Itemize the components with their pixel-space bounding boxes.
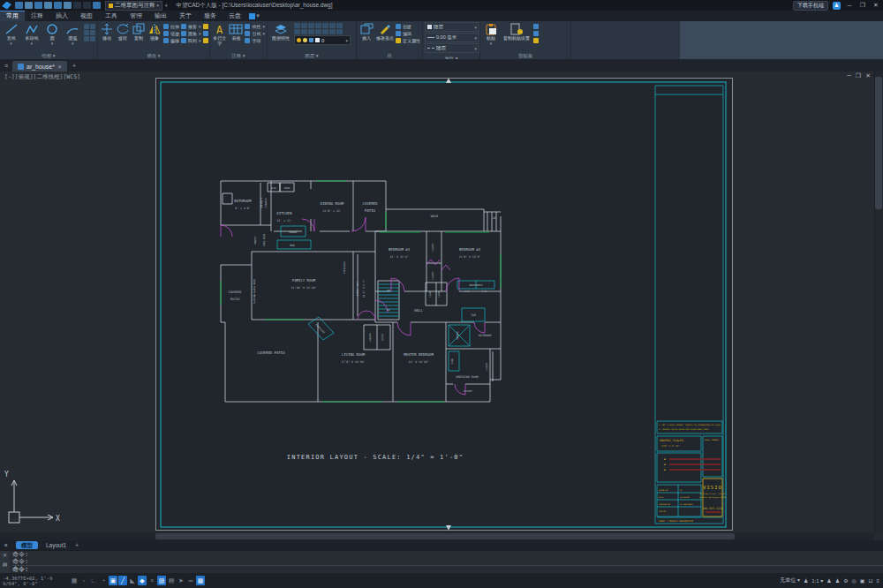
annotation-autoscale-icon[interactable]: ♟ (835, 577, 840, 584)
new-drawing-tab-button[interactable]: + (72, 60, 76, 72)
layer-tool-icon[interactable] (322, 29, 328, 34)
download-mobile-button[interactable]: 下载手机端 (793, 1, 828, 11)
layer-tool-icon[interactable] (322, 23, 328, 28)
viewport-controls[interactable]: [-][俯视][二维线框][WCS] (4, 73, 80, 81)
menu-tab-视图[interactable]: 视图 (74, 11, 99, 21)
copy-base-icon[interactable] (533, 38, 539, 43)
status-toggle-ortho[interactable]: ∟ (89, 576, 98, 585)
menu-tab-常用[interactable]: 常用 (0, 11, 25, 21)
maximize-button[interactable]: ❐ (858, 2, 867, 9)
draw-more-tools[interactable] (84, 22, 95, 41)
annotation-visibility-icon[interactable]: ♟ (826, 577, 831, 584)
stretch-button[interactable]: 拉伸 (163, 24, 179, 29)
polyline-button[interactable]: 多段线▾ (22, 22, 41, 46)
status-toggle-annotation-monitor[interactable]: ═ (186, 576, 195, 585)
layout-menu-icon[interactable]: ≡ (0, 542, 12, 548)
edit-basepoint-button[interactable]: 修改基点 (376, 22, 394, 41)
annotation-scale-dropdown[interactable]: 1:1 ▾ (811, 577, 823, 584)
command-history-icon[interactable]: ▤ (3, 561, 8, 567)
minimize-button[interactable]: ─ (845, 3, 854, 9)
doc-minimize-icon[interactable]: ─ (847, 72, 851, 79)
panel-label-block[interactable]: 块 (357, 52, 422, 59)
menu-tab-输出[interactable]: 输出 (148, 11, 173, 21)
hardware-acceleration-icon[interactable]: ▣ (860, 577, 865, 584)
settings-gear-icon[interactable]: ⚙ (843, 577, 848, 584)
erase-icon[interactable] (203, 24, 208, 29)
user-avatar[interactable]: ♟ (833, 2, 841, 10)
status-toggle-dynamic-input[interactable]: ◆ (138, 576, 147, 585)
refresh-icon[interactable] (93, 2, 101, 9)
trim-button[interactable]: 修剪▾ (181, 24, 201, 29)
menu-tab-插入[interactable]: 插入 (49, 11, 74, 21)
undo-icon[interactable] (73, 2, 81, 9)
offset-button[interactable]: 偏移 (163, 38, 179, 43)
layout-tab-Layout1[interactable]: Layout1 (41, 541, 72, 549)
redo-icon[interactable] (83, 2, 91, 9)
status-toggle-polar[interactable]: ◔ (99, 576, 108, 585)
layer-tool-icon[interactable] (336, 23, 343, 28)
status-toggle-dyn-ucs[interactable]: ◣ (128, 576, 137, 585)
status-toggle-otrack[interactable]: ╱ (118, 576, 127, 585)
status-toggle-osnap[interactable]: ▣ (109, 576, 117, 585)
scale-button[interactable]: 缩放 (163, 31, 179, 36)
vertical-scrollbar-thumb[interactable] (875, 77, 882, 209)
join-icon[interactable] (203, 38, 208, 43)
edit-block-button[interactable]: 编辑 (396, 31, 420, 36)
array-button[interactable]: 阵列▾ (181, 38, 201, 43)
status-toggle-selection-cycling[interactable]: ▤ (167, 576, 176, 585)
move-button[interactable]: 移动 (100, 22, 114, 41)
save-as-icon[interactable] (44, 2, 52, 9)
plot-icon[interactable] (54, 2, 62, 9)
status-menu-icon[interactable]: ≡ (876, 578, 879, 584)
layer-tool-icon[interactable] (294, 23, 300, 28)
annotation-person-icon[interactable]: ♟ (804, 577, 808, 584)
lineweight-dropdown[interactable]: 0.00 毫米▾ (425, 33, 479, 42)
panel-label-annotate[interactable]: 注释 ▾ (210, 52, 267, 59)
doc-close-icon[interactable]: ✕ (865, 72, 871, 79)
define-attribute-button[interactable]: 定义属性 (396, 38, 420, 43)
linear-dim-button[interactable]: 线性▾ (245, 24, 265, 29)
menu-tab-云盘[interactable]: 云盘 (223, 11, 247, 21)
layer-tool-icon[interactable] (308, 29, 314, 34)
drawing-tab[interactable]: ar_house* ✕ (12, 61, 67, 72)
layer-tool-icon[interactable] (308, 23, 314, 28)
rotate-button[interactable]: 旋转 (116, 22, 130, 41)
leader-button[interactable]: 引线▾ (245, 31, 265, 36)
ribbon-display-toggle[interactable]: ▾ (247, 11, 261, 21)
layer-tool-icon[interactable] (315, 23, 321, 28)
doc-restore-icon[interactable]: ❐ (856, 72, 861, 79)
layer-tool-icon[interactable] (329, 29, 336, 34)
close-button[interactable]: ✕ (872, 2, 880, 9)
menu-tab-注释[interactable]: 注释 (25, 11, 49, 21)
status-toggle-cursor-badge[interactable]: ➤ (177, 576, 185, 585)
open-folder-icon[interactable] (25, 2, 33, 9)
layer-tool-icon[interactable] (329, 23, 336, 28)
line-button[interactable]: 直线▾ (2, 22, 20, 46)
panel-label-draw[interactable]: 绘图 ▾ (0, 52, 97, 59)
drawing-tab-menu-icon[interactable]: ≡ (0, 60, 12, 72)
layer-dropdown[interactable]: 0 ▾ (294, 35, 351, 45)
command-close-icon[interactable]: ✕ (3, 552, 7, 558)
paste-button[interactable]: 粘贴▾ (482, 22, 500, 46)
preview-icon[interactable] (64, 2, 72, 9)
insert-block-button[interactable]: 插入 (358, 22, 374, 41)
drawing-canvas[interactable]: [-][俯视][二维线框][WCS] ─ ❐ ✕ BATHROOM8' x 4'… (0, 72, 883, 540)
horizontal-scrollbar-thumb[interactable] (155, 533, 735, 539)
panel-label-layers[interactable]: 图层 ▾ (268, 52, 356, 59)
cut-icon[interactable] (533, 24, 539, 29)
menu-tab-关于[interactable]: 关于 (173, 11, 198, 21)
create-block-button[interactable]: 创建 (396, 24, 420, 29)
menu-tab-工具[interactable]: 工具 (99, 11, 124, 21)
fillet-button[interactable]: 圆角▾ (181, 31, 201, 36)
close-tab-icon[interactable]: ✕ (57, 64, 62, 70)
status-toggle-workspace-switch[interactable]: ▩ (196, 576, 205, 585)
panel-label-modify[interactable]: 修改 ▾ (98, 52, 209, 59)
quick-access-more-icon[interactable]: ▾ (165, 3, 168, 8)
layer-tool-icon[interactable] (301, 29, 307, 34)
status-toggle-transparency[interactable]: ▨ (157, 576, 166, 585)
linetype-dropdown[interactable]: 随层▾ (425, 43, 479, 53)
layer-tool-icon[interactable] (315, 29, 321, 34)
arc-button[interactable]: 圆弧▾ (64, 22, 82, 46)
copy-clip-icon[interactable] (533, 31, 539, 36)
layout-tab-模型[interactable]: 模型 (16, 541, 38, 549)
